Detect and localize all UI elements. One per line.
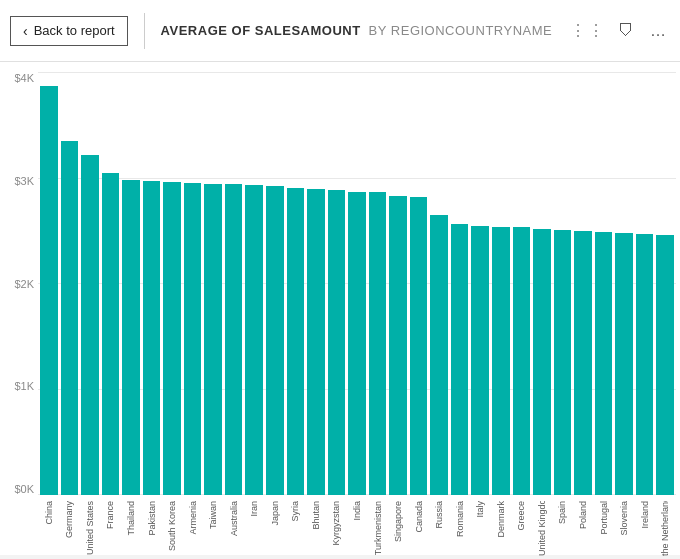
chart-title-main: AVERAGE OF SALESAMOUNT <box>161 23 361 38</box>
bar-wrapper[interactable] <box>204 72 222 495</box>
more-options-icon[interactable]: … <box>646 18 670 44</box>
bar <box>410 197 428 495</box>
x-axis-label: United Kingdom <box>537 501 547 556</box>
bar-wrapper[interactable] <box>410 72 428 495</box>
bar <box>348 192 366 495</box>
x-axis-label: Portugal <box>599 501 609 535</box>
chart-title-sub: BY REGIONCOUNTRYNAME <box>369 23 553 38</box>
bar-wrapper[interactable] <box>328 72 346 495</box>
bar-wrapper[interactable] <box>122 72 140 495</box>
bar <box>513 227 531 495</box>
x-axis-label: Poland <box>578 501 588 529</box>
x-label-wrapper: France <box>102 501 120 529</box>
bar-wrapper[interactable] <box>307 72 325 495</box>
bar <box>656 235 674 495</box>
x-label-wrapper: United Kingdom <box>533 501 551 556</box>
x-axis-label: Denmark <box>496 501 506 538</box>
x-axis-label: China <box>44 501 54 525</box>
bar <box>369 192 387 495</box>
bar-wrapper[interactable] <box>369 72 387 495</box>
drag-handle-icon[interactable]: ⋮⋮ <box>570 21 606 40</box>
bar-wrapper[interactable] <box>492 72 510 495</box>
bar-wrapper[interactable] <box>513 72 531 495</box>
bar-wrapper[interactable] <box>533 72 551 495</box>
bar <box>225 184 243 495</box>
bar-wrapper[interactable] <box>636 72 654 495</box>
x-axis-label: the Netherlands <box>660 501 670 556</box>
bar <box>430 215 448 495</box>
bar-wrapper[interactable] <box>163 72 181 495</box>
x-axis-label: Pakistan <box>147 501 157 536</box>
bar <box>451 224 469 495</box>
bars-container <box>38 72 676 495</box>
bar <box>102 173 120 495</box>
y-axis-label: $4K <box>14 72 34 84</box>
bar <box>595 232 613 495</box>
filter-icon[interactable]: ⛉ <box>614 18 638 44</box>
x-axis-label: Syria <box>290 501 300 522</box>
bar-wrapper[interactable] <box>287 72 305 495</box>
bar <box>204 184 222 495</box>
x-label-wrapper: Poland <box>574 501 592 529</box>
bar-wrapper[interactable] <box>451 72 469 495</box>
bar-wrapper[interactable] <box>554 72 572 495</box>
x-label-wrapper: Spain <box>554 501 572 524</box>
x-label-wrapper: Syria <box>287 501 305 522</box>
x-axis-label: Iran <box>249 501 259 517</box>
bar-wrapper[interactable] <box>143 72 161 495</box>
bar <box>184 183 202 495</box>
bar-wrapper[interactable] <box>225 72 243 495</box>
bar <box>61 141 79 495</box>
grid-and-bars <box>38 72 676 495</box>
x-label-wrapper: Kyrgyzstan <box>328 501 346 546</box>
bar-wrapper[interactable] <box>266 72 284 495</box>
x-label-wrapper: Pakistan <box>143 501 161 536</box>
x-label-wrapper: Canada <box>410 501 428 533</box>
top-bar-left: ‹ Back to report AVERAGE OF SALESAMOUNT … <box>10 13 552 49</box>
bar-wrapper[interactable] <box>656 72 674 495</box>
bar-wrapper[interactable] <box>348 72 366 495</box>
x-axis-label: Armenia <box>188 501 198 535</box>
top-bar: ‹ Back to report AVERAGE OF SALESAMOUNT … <box>0 0 680 62</box>
bar-wrapper[interactable] <box>574 72 592 495</box>
chart-title: AVERAGE OF SALESAMOUNT BY REGIONCOUNTRYN… <box>161 23 553 38</box>
bar-wrapper[interactable] <box>184 72 202 495</box>
x-axis-label: Japan <box>270 501 280 526</box>
bar <box>328 190 346 495</box>
bar <box>615 233 633 495</box>
bar-wrapper[interactable] <box>40 72 58 495</box>
x-label-wrapper: Turkmenistan <box>369 501 387 555</box>
bar-wrapper[interactable] <box>595 72 613 495</box>
bar-wrapper[interactable] <box>245 72 263 495</box>
bar-wrapper[interactable] <box>389 72 407 495</box>
x-label-wrapper: Japan <box>266 501 284 526</box>
x-label-wrapper: Taiwan <box>204 501 222 529</box>
x-label-wrapper: India <box>348 501 366 521</box>
x-label-wrapper: Australia <box>225 501 243 536</box>
x-axis-label: Kyrgyzstan <box>331 501 341 546</box>
x-axis-label: United States <box>85 501 95 555</box>
bar-wrapper[interactable] <box>430 72 448 495</box>
header-divider <box>144 13 145 49</box>
x-axis-label: Spain <box>557 501 567 524</box>
bar <box>389 196 407 495</box>
x-label-wrapper: Slovenia <box>615 501 633 536</box>
x-axis-label: Taiwan <box>208 501 218 529</box>
x-axis-label: Slovenia <box>619 501 629 536</box>
x-axis-label: Australia <box>229 501 239 536</box>
x-label-wrapper: Bhutan <box>307 501 325 530</box>
x-label-wrapper: United States <box>81 501 99 555</box>
bar-wrapper[interactable] <box>102 72 120 495</box>
x-axis-label: Turkmenistan <box>373 501 383 555</box>
bar <box>81 155 99 495</box>
x-axis-label: Italy <box>475 501 485 518</box>
x-label-wrapper: Italy <box>471 501 489 518</box>
back-to-report-button[interactable]: ‹ Back to report <box>10 16 128 46</box>
bar-wrapper[interactable] <box>615 72 633 495</box>
bar <box>636 234 654 495</box>
bar-wrapper[interactable] <box>471 72 489 495</box>
bar-wrapper[interactable] <box>81 72 99 495</box>
bar-wrapper[interactable] <box>61 72 79 495</box>
x-label-wrapper: Germany <box>61 501 79 538</box>
bar <box>40 86 58 495</box>
